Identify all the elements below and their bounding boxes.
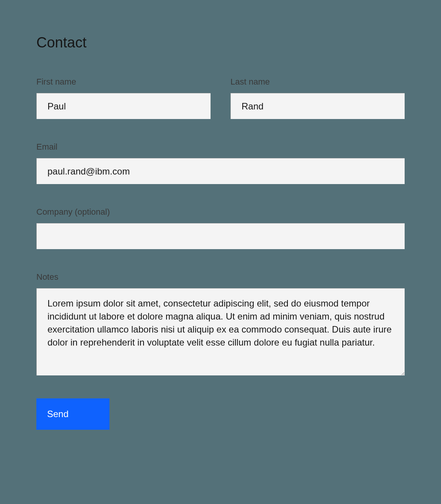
name-row: First name Last name <box>36 77 405 119</box>
form-title: Contact <box>36 34 405 51</box>
first-name-group: First name <box>36 77 211 119</box>
company-input[interactable] <box>36 223 405 249</box>
last-name-group: Last name <box>230 77 405 119</box>
email-label: Email <box>36 142 405 152</box>
first-name-input[interactable] <box>36 93 211 119</box>
contact-form: Contact First name Last name Email Compa… <box>36 34 405 430</box>
email-group: Email <box>36 142 405 184</box>
last-name-label: Last name <box>230 77 405 87</box>
notes-label: Notes <box>36 272 405 282</box>
company-group: Company (optional) <box>36 207 405 249</box>
first-name-label: First name <box>36 77 211 87</box>
last-name-input[interactable] <box>230 93 405 119</box>
email-input[interactable] <box>36 158 405 184</box>
company-label: Company (optional) <box>36 207 405 217</box>
notes-group: Notes <box>36 272 405 375</box>
notes-input[interactable] <box>36 288 405 375</box>
send-button[interactable]: Send <box>36 398 109 430</box>
